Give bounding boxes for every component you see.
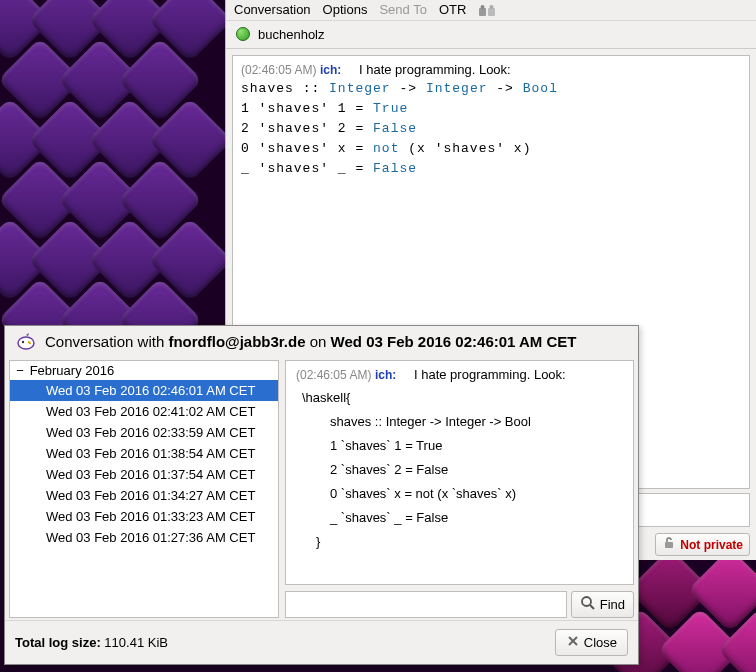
otr-status-label: Not private [680, 538, 743, 552]
svg-point-5 [18, 337, 34, 349]
menu-send-to: Send To [379, 2, 426, 18]
code-block: shaves :: Integer -> Integer -> Bool 1 '… [241, 79, 741, 179]
svg-rect-1 [488, 8, 495, 16]
log-msg-timestamp: (02:46:05 AM) [296, 368, 371, 382]
close-button[interactable]: Close [555, 629, 628, 656]
svg-point-7 [582, 597, 591, 606]
log-msg-sender: ich: [375, 368, 396, 382]
log-date-row[interactable]: Wed 03 Feb 2016 01:33:23 AM CET [10, 506, 278, 527]
log-msg-text: I hate programming. Look: [414, 367, 566, 382]
log-date-row[interactable]: Wed 03 Feb 2016 01:27:36 AM CET [10, 527, 278, 548]
svg-rect-4 [665, 542, 673, 548]
find-label: Find [600, 597, 625, 612]
log-month-label: February 2016 [30, 363, 115, 378]
close-icon [566, 634, 580, 651]
message-sender: ich: [320, 63, 341, 77]
log-date-row[interactable]: Wed 03 Feb 2016 02:33:59 AM CET [10, 422, 278, 443]
otr-status-button[interactable]: Not private [655, 533, 750, 556]
svg-rect-0 [479, 8, 486, 16]
message-timestamp: (02:46:05 AM) [241, 63, 316, 77]
menu-bar: Conversation Options Send To OTR [226, 0, 756, 21]
menu-options[interactable]: Options [323, 2, 368, 18]
collapse-icon[interactable]: − [14, 363, 26, 378]
svg-line-8 [590, 605, 594, 609]
log-date-row[interactable]: Wed 03 Feb 2016 01:34:27 AM CET [10, 485, 278, 506]
svg-point-3 [490, 5, 494, 9]
log-viewer-window: Conversation with fnordflo@jabb3r.de on … [4, 325, 639, 665]
log-date-row[interactable]: Wed 03 Feb 2016 02:41:02 AM CET [10, 401, 278, 422]
otr-plugin-icon[interactable] [478, 2, 496, 18]
conversation-tab[interactable]: buchenholz [226, 21, 756, 49]
menu-otr[interactable]: OTR [439, 2, 466, 18]
menu-conversation[interactable]: Conversation [234, 2, 311, 18]
log-date-row[interactable]: Wed 03 Feb 2016 01:38:54 AM CET [10, 443, 278, 464]
log-content[interactable]: (02:46:05 AM) ich: I hate programming. L… [285, 360, 634, 585]
buddy-name: buchenholz [258, 27, 325, 42]
log-date-tree[interactable]: − February 2016 Wed 03 Feb 2016 02:46:01… [9, 360, 279, 618]
find-button[interactable]: Find [571, 591, 634, 618]
find-input[interactable] [285, 591, 567, 618]
search-icon [580, 595, 596, 614]
log-month-row[interactable]: − February 2016 [10, 361, 278, 380]
log-date-row[interactable]: Wed 03 Feb 2016 01:37:54 AM CET [10, 464, 278, 485]
close-label: Close [584, 635, 617, 650]
unlocked-icon [662, 536, 676, 553]
svg-point-6 [22, 341, 24, 343]
log-size-label: Total log size: 110.41 KiB [15, 635, 168, 650]
pidgin-icon [15, 332, 37, 350]
svg-point-2 [481, 5, 485, 9]
presence-available-icon [236, 27, 250, 41]
message-text: I hate programming. Look: [359, 62, 511, 77]
log-date-row[interactable]: Wed 03 Feb 2016 02:46:01 AM CET [10, 380, 278, 401]
log-title: Conversation with fnordflo@jabb3r.de on … [5, 326, 638, 358]
